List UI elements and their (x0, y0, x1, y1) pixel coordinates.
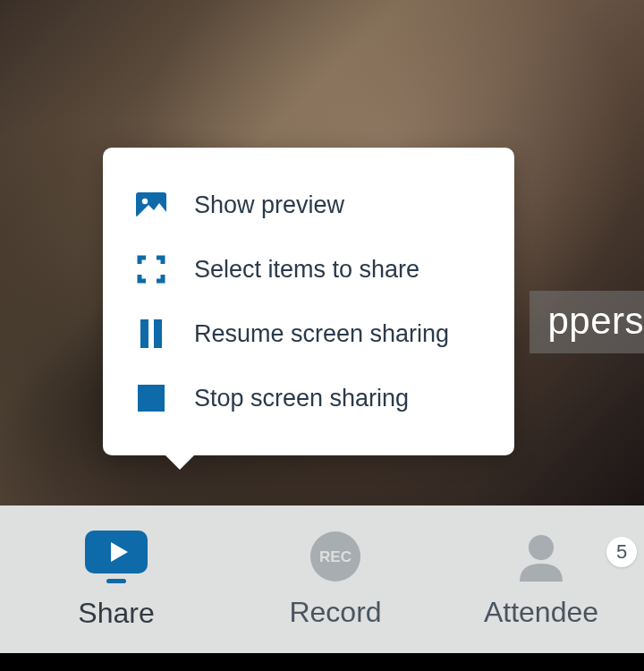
bottom-bar (0, 653, 644, 671)
svg-rect-4 (138, 385, 165, 412)
stop-icon (135, 382, 167, 414)
person-icon (514, 530, 568, 587)
attendees-button[interactable]: 5 Attendee (438, 530, 644, 629)
svg-point-9 (529, 535, 554, 560)
share-button[interactable]: Share (0, 529, 233, 630)
record-icon: REC (309, 530, 362, 587)
toolbar-label: Attendee (484, 596, 598, 629)
participant-name-text: ppers (547, 300, 644, 342)
menu-item-select-items[interactable]: Select items to share (128, 237, 489, 302)
toolbar-label: Record (289, 596, 381, 629)
menu-item-resume-sharing[interactable]: Resume screen sharing (128, 302, 489, 366)
svg-point-1 (142, 199, 148, 204)
menu-item-label: Stop screen sharing (194, 385, 409, 412)
toolbar-label: Share (78, 597, 154, 630)
svg-rect-6 (106, 579, 126, 583)
select-icon (135, 253, 167, 285)
pause-icon (135, 318, 167, 350)
picture-icon (135, 189, 167, 221)
menu-item-show-preview[interactable]: Show preview (128, 173, 489, 237)
menu-item-label: Select items to share (194, 256, 419, 284)
menu-item-label: Show preview (194, 191, 344, 219)
menu-item-label: Resume screen sharing (194, 320, 449, 348)
svg-text:REC: REC (319, 548, 352, 565)
menu-item-stop-sharing[interactable]: Stop screen sharing (128, 366, 489, 430)
participant-name-overlay: ppers (530, 291, 644, 353)
bottom-toolbar: Share REC Record 5 Attendee (0, 505, 644, 653)
svg-rect-2 (140, 319, 148, 348)
svg-rect-3 (154, 319, 162, 348)
share-screen-icon (81, 529, 151, 588)
share-menu-popup: Show preview Select items to share Resum… (103, 148, 514, 455)
record-button[interactable]: REC Record (233, 530, 438, 629)
attendee-count-badge: 5 (606, 537, 637, 567)
